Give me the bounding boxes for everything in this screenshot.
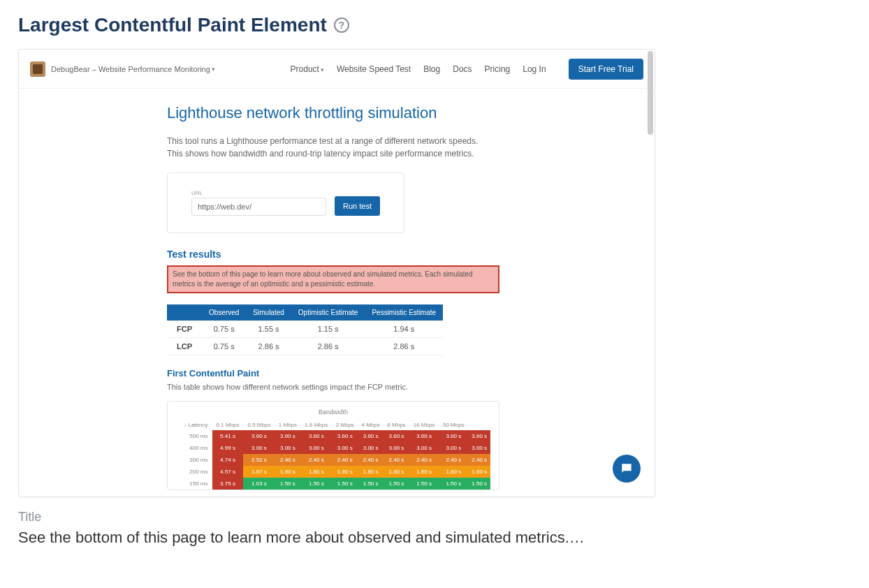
nav-login[interactable]: Log In (523, 64, 546, 74)
heat-cell: 2.40 s (409, 454, 439, 466)
table-row: 200 ms4.57 s1.87 s1.80 s1.80 s1.80 s1.80… (176, 466, 490, 478)
metrics-header (167, 304, 202, 321)
meta-label: Title (18, 510, 851, 524)
page-heading: Lighthouse network throttling simulation (167, 104, 522, 122)
heat-cell: 1.50 s (300, 478, 332, 490)
heat-cell: 1.50 s (384, 478, 409, 490)
latency-label: 300 ms (176, 454, 212, 466)
table-row: 500 ms5.41 s3.60 s3.60 s3.60 s3.60 s3.60… (176, 430, 490, 442)
heat-cell: 1.50 s (468, 478, 490, 490)
heat-cell: 3.00 s (409, 442, 439, 454)
heat-cell: 1.80 s (300, 466, 332, 478)
metrics-header: Observed (202, 304, 246, 321)
heat-cell: 4.74 s (212, 454, 244, 466)
nav-product[interactable]: Product▾ (291, 64, 324, 74)
heat-cell: 1.63 s (243, 478, 275, 490)
section-title: Largest Contentful Paint Element ? (18, 14, 851, 36)
scrollbar[interactable] (648, 51, 653, 135)
heat-cell: 1.50 s (358, 478, 384, 490)
table-row: 400 ms4.99 s3.00 s3.00 s3.00 s3.00 s3.00… (176, 442, 490, 454)
run-test-button[interactable]: Run test (335, 196, 380, 216)
fcp-desc: This table shows how different network s… (167, 383, 522, 391)
heat-cell: 2.40 s (275, 454, 300, 466)
heat-cell: 3.60 s (384, 430, 409, 442)
nav-bar: DebugBear – Website Performance Monitori… (19, 50, 655, 89)
bandwidth-col: 50 Mbps (439, 420, 468, 430)
fcp-heatmap: Bandwidth ↓ Latency0.1 Mbps0.5 Mbps1 Mbp… (167, 401, 499, 490)
heat-cell: 1.80 s (409, 466, 439, 478)
heat-cell: 2.40 s (468, 454, 490, 466)
heat-cell: 1.80 s (439, 466, 468, 478)
heat-cell: 3.00 s (300, 442, 332, 454)
metric-value: 0.75 s (202, 338, 246, 355)
heat-cell: 1.80 s (358, 466, 384, 478)
brand-text[interactable]: DebugBear – Website Performance Monitori… (51, 65, 210, 73)
url-input[interactable] (191, 198, 326, 216)
fcp-heading: First Contentful Paint (167, 368, 522, 378)
heat-cell: 4.99 s (212, 442, 244, 454)
heat-cell: 1.80 s (332, 466, 358, 478)
heat-cell: 3.00 s (275, 442, 300, 454)
table-row: LCP0.75 s2.86 s2.86 s2.86 s (167, 338, 443, 355)
metrics-table: ObservedSimulatedOptimistic EstimatePess… (167, 304, 443, 355)
bandwidth-col: 16 Mbps (409, 420, 439, 430)
start-trial-button[interactable]: Start Free Trial (569, 59, 643, 80)
latency-label: 150 ms (176, 478, 212, 490)
logo-icon[interactable] (30, 61, 45, 77)
metrics-header: Optimistic Estimate (291, 304, 365, 321)
metric-value: 2.86 s (246, 338, 291, 355)
metric-value: 1.55 s (246, 321, 291, 338)
heat-cell: 5.41 s (212, 430, 244, 442)
metrics-header: Pessimistic Estimate (365, 304, 443, 321)
heat-cell: 3.00 s (332, 442, 358, 454)
heat-cell: 2.52 s (243, 454, 275, 466)
heat-cell: 3.00 s (243, 442, 275, 454)
heat-cell: 3.60 s (358, 430, 384, 442)
heat-cell: 2.40 s (439, 454, 468, 466)
heat-cell: 2.40 s (332, 454, 358, 466)
heat-cell: 1.50 s (332, 478, 358, 490)
bandwidth-col: 1.6 Mbps (300, 420, 332, 430)
heat-cell: 1.80 s (275, 466, 300, 478)
heat-cell: 3.00 s (468, 442, 490, 454)
heat-cell: 1.80 s (468, 466, 490, 478)
heat-cell: 2.40 s (384, 454, 409, 466)
heat-cell: 3.60 s (439, 430, 468, 442)
bandwidth-label: Bandwidth (176, 409, 490, 416)
metric-value: 0.75 s (202, 321, 246, 338)
metric-value: 1.94 s (365, 321, 443, 338)
latency-label: 500 ms (176, 430, 212, 442)
bandwidth-col: 8 Mbps (384, 420, 409, 430)
url-input-box: URL Run test (167, 172, 404, 233)
heat-cell: 1.50 s (409, 478, 439, 490)
nav-blog[interactable]: Blog (423, 64, 440, 74)
latency-label: 400 ms (176, 442, 212, 454)
heat-cell: 1.50 s (275, 478, 300, 490)
section-title-text: Largest Contentful Paint Element (18, 14, 327, 36)
heat-cell: 3.75 s (212, 478, 244, 490)
metrics-header: Simulated (246, 304, 291, 321)
heat-cell: 3.60 s (300, 430, 332, 442)
nav-docs[interactable]: Docs (453, 64, 472, 74)
nav-speed-test[interactable]: Website Speed Test (337, 64, 411, 74)
heat-cell: 3.60 s (468, 430, 490, 442)
metric-value: 1.15 s (291, 321, 365, 338)
metric-value: 2.86 s (291, 338, 365, 355)
heat-cell: 1.80 s (384, 466, 409, 478)
page-description: This tool runs a Lighthouse performance … (167, 135, 495, 160)
heat-cell: 3.00 s (358, 442, 384, 454)
heat-cell: 3.60 s (332, 430, 358, 442)
bandwidth-col: 2 Mbps (332, 420, 358, 430)
chevron-down-icon: ▾ (321, 66, 324, 73)
chat-icon[interactable] (613, 455, 641, 483)
table-row: 300 ms4.74 s2.52 s2.40 s2.40 s2.40 s2.40… (176, 454, 490, 466)
heat-cell: 2.40 s (300, 454, 332, 466)
latency-label: 200 ms (176, 466, 212, 478)
table-row: FCP0.75 s1.55 s1.15 s1.94 s (167, 321, 443, 338)
lcp-screenshot: DebugBear – Website Performance Monitori… (18, 49, 655, 497)
help-icon[interactable]: ? (334, 17, 349, 33)
nav-pricing[interactable]: Pricing (485, 64, 511, 74)
bandwidth-col: 0.1 Mbps (212, 420, 244, 430)
heat-cell: 1.87 s (243, 466, 275, 478)
lcp-meta: Title See the bottom of this page to lea… (18, 510, 851, 547)
